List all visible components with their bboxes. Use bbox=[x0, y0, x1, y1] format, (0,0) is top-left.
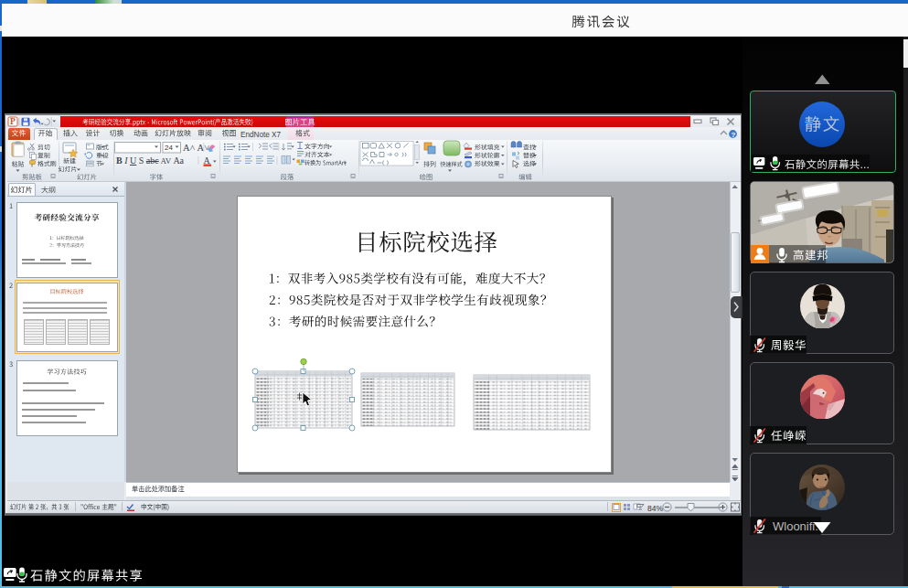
svg-text:?: ? bbox=[732, 131, 736, 139]
svg-text:24: 24 bbox=[165, 144, 173, 152]
svg-text:P: P bbox=[10, 117, 16, 126]
svg-text:A: A bbox=[204, 155, 211, 166]
svg-text:A˄ A˅: A˄ A˅ bbox=[183, 143, 209, 153]
